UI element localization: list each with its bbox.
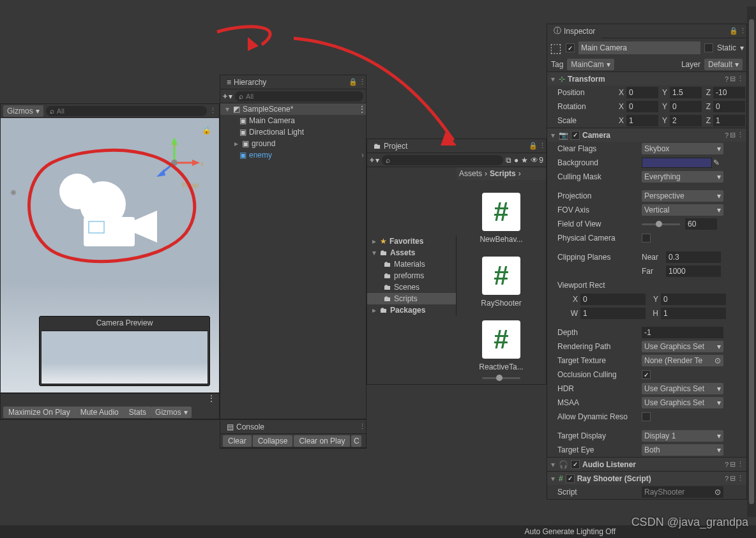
kebab-icon[interactable]: ⋮ [539,142,546,150]
dynamic-res-checkbox[interactable] [642,412,651,421]
lock-icon[interactable]: 🔒 [729,27,738,35]
background-color-picker[interactable] [642,158,712,168]
preset-icon[interactable]: ⊟ [730,75,736,83]
foldout-icon[interactable]: ▸ [233,139,239,148]
project-tab[interactable]: 🖿Project [367,140,414,153]
audio-enabled-checkbox[interactable]: ✓ [571,460,580,469]
hierarchy-item[interactable]: ground [252,139,275,148]
scene-search[interactable]: ⌕ [46,106,207,116]
kebab-icon[interactable]: ⋮ [737,460,744,468]
help-icon[interactable]: ? [725,461,729,468]
chevron-right-icon[interactable]: › [359,151,366,160]
near-input[interactable] [666,251,721,263]
vp-h-input[interactable] [661,308,726,319]
filter-icon[interactable]: ⧉ [506,156,511,165]
create-dropdown[interactable]: +▾ [223,92,232,101]
scl-y-input[interactable] [670,115,702,126]
foldout-icon[interactable]: ▾ [550,131,556,140]
msaa-dropdown[interactable]: Use Graphics Set▾ [642,397,723,408]
lock-icon[interactable]: 🔒 [529,142,538,150]
scl-x-input[interactable] [626,115,658,126]
kebab-icon[interactable]: ⋮ [359,422,366,431]
kebab-icon[interactable]: ⋮ [737,131,744,139]
foldout-icon[interactable]: ▾ [224,105,231,114]
pos-y-input[interactable] [670,87,702,98]
kebab-icon[interactable]: ⋮ [358,105,366,114]
inspector-tab[interactable]: ⓘInspector [547,24,601,38]
preset-icon[interactable]: ⊟ [730,460,736,468]
favorite-icon[interactable]: ★ [521,156,528,165]
help-icon[interactable]: ? [725,131,729,139]
foldout-icon[interactable]: ▸ [371,237,377,246]
foldout-icon[interactable]: ▾ [550,474,556,483]
breadcrumb-item[interactable]: Scripts [490,169,516,178]
hierarchy-item[interactable]: Directional Light [249,128,304,137]
help-icon[interactable]: ? [725,75,729,83]
foldout-icon[interactable]: ▾ [550,460,556,469]
hdr-dropdown[interactable]: Use Graphics Set▾ [642,383,723,394]
culling-mask-dropdown[interactable]: Everything▾ [642,171,723,183]
hierarchy-search-input[interactable] [246,93,359,100]
depth-input[interactable] [642,327,723,338]
rendering-path-dropdown[interactable]: Use Graphics Set▾ [642,341,723,352]
hierarchy-tab[interactable]: ≡Hierarchy [220,76,273,89]
rot-y-input[interactable] [670,101,702,112]
layer-dropdown[interactable]: Default▾ [704,59,743,70]
kebab-icon[interactable]: ⋮ [208,394,215,405]
inspector-scrollbar[interactable] [747,6,756,517]
more-button[interactable]: C [351,435,361,447]
hierarchy-item[interactable]: Main Camera [249,116,295,125]
favorites-label[interactable]: Favorites [389,237,423,246]
gizmos-dropdown[interactable]: Gizmos▾ [3,105,43,117]
clear-button[interactable]: Clear [223,435,252,447]
scene-name[interactable]: SampleScene* [243,105,356,114]
target-eye-dropdown[interactable]: Both▾ [642,444,723,456]
rot-z-input[interactable] [713,101,745,112]
lock-icon[interactable]: 🔒 [202,126,211,135]
projection-dropdown[interactable]: Perspective▾ [642,190,723,202]
create-dropdown[interactable]: +▾ [370,156,379,165]
console-tab[interactable]: ▤Console [220,421,271,433]
preset-icon[interactable]: ⊟ [730,474,736,482]
thumbnail-size-slider[interactable] [482,377,520,379]
script-asset[interactable]: # RayShooter [481,257,521,308]
foldout-icon[interactable]: ▸ [371,306,377,315]
label-icon[interactable]: ● [514,156,518,165]
hidden-icon[interactable]: 👁9 [531,156,543,165]
active-checkbox[interactable]: ✓ [566,43,575,52]
occlusion-culling-checkbox[interactable]: ✓ [642,370,651,379]
hierarchy-search[interactable]: ⌕ [235,91,363,101]
project-search-input[interactable] [393,156,499,164]
folder-item[interactable]: preforms [394,271,424,280]
script-enabled-checkbox[interactable]: ✓ [566,474,575,483]
lighting-status[interactable]: Auto Generate Lighting Off [524,527,616,536]
camera-enabled-checkbox[interactable]: ✓ [571,131,580,140]
mute-audio-button[interactable]: Mute Audio [75,407,124,418]
packages-folder[interactable]: Packages [390,306,425,315]
fov-axis-dropdown[interactable]: Vertical▾ [642,204,723,216]
game-gizmos-dropdown[interactable]: Gizmos▾ [151,407,192,418]
pos-x-input[interactable] [626,87,658,98]
breadcrumb-item[interactable]: Assets [459,169,482,178]
target-texture-field[interactable]: None (Render Te⊙ [642,355,723,366]
scl-z-input[interactable] [713,115,745,126]
eyedropper-icon[interactable]: ✎ [713,158,720,167]
far-input[interactable] [666,265,721,277]
script-field[interactable]: RayShooter⊙ [642,486,723,498]
kebab-icon[interactable]: ⋮ [737,474,744,482]
stats-button[interactable]: Stats [124,407,151,418]
clear-flags-dropdown[interactable]: Skybox▾ [642,143,723,154]
folder-item-selected[interactable]: Scripts [394,294,418,303]
pos-z-input[interactable] [713,87,745,98]
static-checkbox[interactable] [704,43,713,52]
script-asset[interactable]: # NewBehav... [480,193,522,244]
tag-dropdown[interactable]: MainCam▾ [567,59,614,70]
foldout-icon[interactable]: ▾ [550,75,556,84]
kebab-icon[interactable]: ⋮ [737,75,744,83]
fov-input[interactable] [685,218,717,230]
maximize-on-play-button[interactable]: Maximize On Play [3,407,75,418]
help-icon[interactable]: ? [725,475,729,482]
physical-camera-checkbox[interactable] [642,234,651,243]
object-name-input[interactable] [578,41,700,54]
folder-item[interactable]: Materials [394,260,425,269]
